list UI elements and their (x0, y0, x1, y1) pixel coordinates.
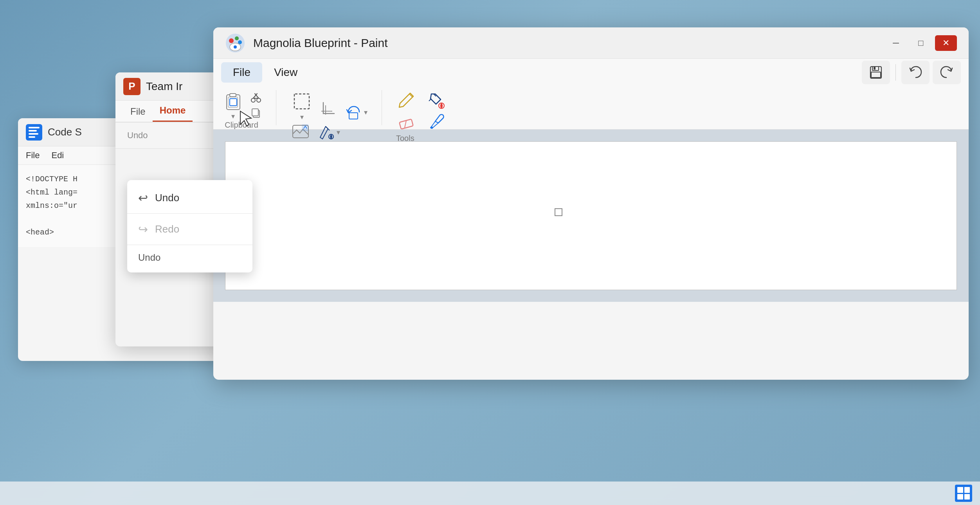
ppt-window-title: Team Ir (146, 80, 182, 93)
svg-rect-20 (252, 109, 258, 116)
save-icon (868, 65, 883, 80)
svg-point-1 (229, 38, 234, 43)
clipboard-group: ▾ (221, 90, 276, 125)
cut-button[interactable] (250, 92, 262, 103)
color-picker-btn[interactable] (426, 112, 446, 134)
paint-quick-actions (862, 61, 961, 84)
svg-rect-13 (230, 99, 237, 106)
paint-app-icon (225, 33, 245, 53)
eraser-btn[interactable] (396, 112, 416, 134)
save-button[interactable] (862, 61, 890, 84)
cut-copy-buttons (250, 92, 262, 118)
paint-titlebar: Magnolia Blueprint - Paint ─ □ ✕ (213, 27, 969, 59)
paint-menurow: File View (213, 59, 969, 86)
ppt-app-icon: P (123, 78, 141, 95)
grid-cell-3 (957, 494, 963, 500)
rotate-btn[interactable]: ▾ (344, 103, 368, 121)
paint-menu-file[interactable]: File (221, 62, 262, 83)
close-button[interactable]: ✕ (935, 35, 957, 51)
undo-divider-2 (127, 245, 252, 245)
svg-point-14 (251, 98, 255, 102)
crop-icon (319, 99, 339, 120)
paint-canvas-area (213, 130, 969, 302)
ppt-ribbon-label: Undo (127, 130, 148, 141)
copy-button[interactable] (250, 106, 262, 118)
svg-point-2 (235, 36, 239, 40)
svg-rect-22 (349, 113, 358, 119)
redo-icon (939, 65, 954, 80)
tools-row1 (396, 90, 446, 112)
undo-footer: Undo (127, 247, 252, 269)
minimize-button[interactable]: ─ (885, 35, 907, 51)
scissors-icon (250, 92, 262, 103)
eyedropper-icon (426, 112, 446, 132)
image-ai-icon (290, 121, 311, 142)
tools-row2 (396, 112, 446, 134)
canvas-small-square (555, 208, 562, 216)
select-chevron: ▾ (300, 113, 304, 121)
clipboard-tools: ▾ (221, 90, 262, 121)
svg-line-27 (429, 99, 431, 101)
grid-cell-2 (964, 487, 970, 493)
undo-dropdown: ↩ Undo ↪ Redo Undo (127, 180, 252, 272)
paste-icon (221, 90, 245, 114)
bucket-tool-btn[interactable] (426, 90, 446, 112)
paste-chevron: ▾ (231, 112, 235, 121)
maximize-button[interactable]: □ (910, 35, 932, 51)
svg-line-30 (405, 121, 406, 128)
pencil-icon (396, 90, 416, 110)
select-tool-btn[interactable]: ▾ (290, 90, 313, 121)
rotate-chevron: ▾ (364, 108, 368, 117)
quick-separator (895, 64, 896, 81)
code-menu-edit[interactable]: Edi (51, 150, 64, 161)
undo-button[interactable] (901, 61, 930, 84)
clipboard-label: Clipboard (221, 121, 262, 130)
image-group: ▾ (276, 90, 382, 125)
grid-cell-1 (957, 487, 963, 493)
fill-btn[interactable]: ▾ (317, 123, 340, 141)
redo-label: Redo (155, 223, 179, 235)
paint-window-title: Magnolia Blueprint - Paint (253, 36, 877, 50)
fill-chevron: ▾ (337, 128, 340, 137)
undo-item-undo[interactable]: ↩ Undo (127, 184, 252, 212)
ppt-tab-file[interactable]: File (123, 101, 153, 122)
undo-icon: ↩ (138, 191, 148, 205)
copy-icon (250, 106, 262, 118)
svg-rect-9 (874, 67, 876, 70)
pencil-btn[interactable] (396, 90, 416, 112)
paint-ribbon: File View (213, 59, 969, 130)
svg-point-15 (257, 98, 261, 102)
paint-window-buttons: ─ □ ✕ (885, 35, 957, 51)
code-menu-file[interactable]: File (26, 150, 40, 161)
rotate-icon (344, 103, 362, 121)
image-tools-row2: ▾ (290, 121, 340, 143)
undo-item-redo: ↪ Redo (127, 215, 252, 243)
svg-rect-8 (871, 72, 881, 78)
marquee-select-icon (290, 90, 313, 113)
svg-rect-21 (294, 94, 309, 109)
svg-point-31 (431, 126, 433, 129)
paint-menu-view[interactable]: View (262, 62, 309, 83)
ppt-tab-home[interactable]: Home (153, 100, 193, 122)
svg-point-5 (234, 45, 237, 49)
redo-button[interactable] (933, 61, 961, 84)
redo-icon: ↪ (138, 222, 148, 236)
crop-btn[interactable] (319, 99, 339, 121)
eraser-icon (396, 112, 416, 132)
undo-icon (908, 65, 923, 80)
grid-cell-4 (964, 494, 970, 500)
image-tools-row1: ▾ (290, 90, 368, 121)
bucket-icon (426, 90, 446, 110)
paint-canvas[interactable] (225, 141, 957, 290)
undo-label: Undo (155, 192, 179, 204)
windows-grid-icon[interactable] (955, 485, 972, 502)
paint-toolbar: ▾ (213, 86, 969, 129)
paste-btn[interactable]: ▾ (221, 90, 245, 121)
desktop: Code S File Edi <!DOCTYPE H <html lang= … (0, 0, 980, 505)
svg-rect-12 (230, 94, 236, 97)
tools-group: Tools (382, 90, 460, 125)
taskbar (0, 482, 980, 505)
paint-menu-left: File View (221, 62, 309, 83)
image-ai-btn[interactable] (290, 121, 311, 143)
undo-divider (127, 213, 252, 214)
